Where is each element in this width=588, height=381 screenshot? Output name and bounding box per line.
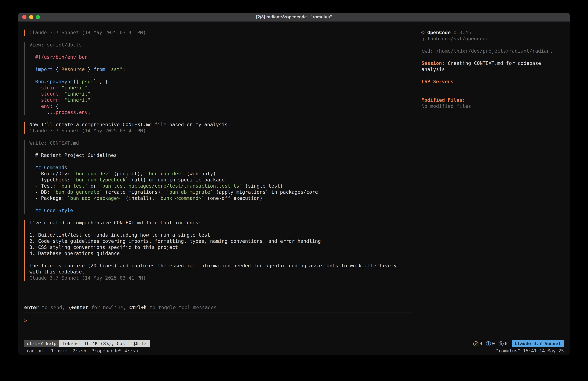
sidebar-line	[421, 72, 564, 79]
sidebar-line	[421, 42, 564, 48]
text-segment: {	[53, 67, 62, 72]
prompt-input[interactable]: >	[24, 313, 412, 340]
assistant-message-block: Claude 3.7 Sonnet (14 May 2025 03:41 PM)	[24, 29, 412, 36]
chat-line	[29, 72, 412, 79]
sidebar-line: Modified Files:	[421, 97, 564, 103]
chat-line: with this codebase.	[29, 269, 412, 275]
text-segment: (apply migrations) in packages/core	[213, 189, 318, 195]
sidebar-line: Session: Creating CONTEXT.md for codebas…	[421, 60, 564, 66]
text-segment: 2. Code style guidelines covering import…	[29, 238, 321, 244]
text-segment: enter	[24, 305, 39, 310]
text-segment: `bun run typecheck`	[73, 177, 128, 183]
tmux-windows[interactable]: [radiant] 1:nvim 2:zsh- 3:opencode* 4:zs…	[24, 348, 138, 354]
chat-line: stdin: "inherit",	[29, 85, 412, 91]
text-segment: (create migrations),	[102, 189, 166, 195]
terminal-window: [2/3] radiant:3:opencode - "romulus" Cla…	[18, 13, 570, 355]
tmux-host-clock: "romulus" 15:41 14-May-25	[496, 348, 564, 354]
diagnostic-info: i0	[486, 340, 495, 347]
text-segment: "inherit"	[64, 97, 91, 103]
text-segment: 0.0.45	[454, 30, 471, 35]
zoom-button[interactable]	[36, 15, 40, 19]
text-segment: "sst"	[108, 67, 123, 72]
text-segment: ctrl+h	[129, 305, 147, 310]
text-segment: `bun run dev`	[146, 171, 184, 177]
text-segment: stdout	[41, 91, 58, 97]
diagnostic-count: 0	[505, 340, 508, 347]
chat-line: #!/usr/bin/env bun	[29, 54, 412, 60]
text-segment	[29, 165, 35, 170]
text-segment: No modified files	[421, 103, 471, 109]
sidebar-line	[421, 54, 564, 60]
text-segment	[29, 85, 41, 90]
assistant-message-block: I've created a comprehensive CONTEXT.md …	[24, 220, 412, 281]
text-segment: ## Code Style	[35, 208, 73, 213]
text-segment: (install),	[123, 195, 158, 201]
text-segment: ;	[123, 67, 126, 72]
chat-line: - TypeCheck: `bun run typecheck` (all) o…	[29, 177, 412, 183]
text-segment: (project),	[111, 171, 146, 177]
chat-line: The file is concise (20 lines) and captu…	[29, 263, 412, 269]
text-segment: "inherit"	[62, 85, 88, 90]
chat-line: - Test: `bun test` or `bun test packages…	[29, 183, 412, 189]
text-segment: .	[44, 79, 47, 85]
chat-line: - DB: `bun db generate` (create migratio…	[29, 189, 412, 195]
text-segment: or	[88, 183, 99, 189]
model-chip[interactable]: Claude 3.7 Sonnet	[512, 340, 564, 347]
text-segment: The file is concise (20 lines) and captu…	[29, 263, 397, 269]
chat-line	[29, 146, 412, 152]
text-segment: LSP Servers	[421, 79, 454, 85]
text-segment: process.env	[56, 110, 88, 115]
text-segment: :	[56, 85, 62, 90]
minimize-button[interactable]	[29, 15, 33, 19]
sidebar-line	[421, 85, 564, 91]
chat-line: - Build/Dev: `bun run dev` (project), `b…	[29, 171, 412, 177]
text-segment: ,	[90, 97, 93, 103]
text-segment: cwd: /home/thdxr/dev/projects/radiant/ra…	[421, 48, 553, 54]
sidebar: © OpenCode 0.0.45github.com/sst/opencode…	[421, 29, 564, 340]
text-segment: ...	[29, 110, 56, 115]
chat-line	[29, 226, 412, 232]
close-button[interactable]	[22, 15, 26, 19]
text-segment: - DB:	[29, 189, 53, 195]
text-segment: `bun db migrate`	[166, 189, 213, 195]
text-segment: Now I'll create a comprehensive CONTEXT.…	[29, 122, 231, 127]
text-segment: analysis	[421, 67, 445, 72]
text-segment	[451, 30, 454, 35]
text-segment: spawnSync	[47, 79, 73, 85]
chat-spacer	[24, 287, 412, 304]
sidebar-line: analysis	[421, 66, 564, 72]
diagnostic-hint: h0	[499, 340, 508, 347]
text-segment: (web only)	[184, 171, 216, 177]
tool-output-block: View: script/db.ts #!/usr/bin/env bun im…	[24, 42, 412, 115]
chat-line: stdout: "inherit",	[29, 91, 412, 97]
text-segment: ,	[88, 85, 90, 90]
text-segment: `bun run dev`	[73, 171, 111, 177]
chat-line: Bun.spawnSync([`psql`], {	[29, 79, 412, 85]
titlebar[interactable]: [2/3] radiant:3:opencode - "romulus"	[18, 13, 570, 22]
chat-line: Claude 3.7 Sonnet (14 May 2025 03:41 PM)	[29, 128, 412, 134]
sidebar-line: No modified files	[421, 103, 564, 109]
text-segment: OpenCode	[427, 30, 451, 35]
chat-line: import { Resource } from "sst";	[29, 66, 412, 72]
chat-line: 3. CSS styling conventions specific to t…	[29, 244, 412, 250]
text-segment: - TypeCheck:	[29, 177, 73, 183]
chat-column: Claude 3.7 Sonnet (14 May 2025 03:41 PM)…	[24, 29, 412, 340]
chat-line: ## Commands	[29, 164, 412, 171]
lsp-diagnostics: w0i0h0	[472, 340, 508, 347]
assistant-message-block: Now I'll create a comprehensive CONTEXT.…	[24, 122, 412, 134]
chat-blocks: Claude 3.7 Sonnet (14 May 2025 03:41 PM)…	[24, 29, 412, 287]
text-segment: `bun db generate`	[53, 189, 102, 195]
text-segment: to toggle tool messages	[147, 305, 216, 310]
text-segment: Write: CONTEXT.md	[29, 140, 79, 146]
chat-line: Claude 3.7 Sonnet (14 May 2025 03:41 PM)	[29, 29, 412, 36]
hint-icon: h	[499, 341, 504, 346]
text-segment	[29, 208, 35, 213]
text-segment: (single test)	[242, 183, 283, 189]
text-segment: }	[85, 67, 93, 72]
chat-line: View: script/db.ts	[29, 42, 412, 48]
warn-icon: w	[473, 341, 478, 346]
text-segment: github.com/sst/opencode	[421, 36, 488, 42]
text-segment	[29, 103, 41, 109]
text-segment: Resource	[62, 67, 85, 72]
help-shortcut-chip[interactable]: ctrl+? help	[24, 340, 59, 347]
